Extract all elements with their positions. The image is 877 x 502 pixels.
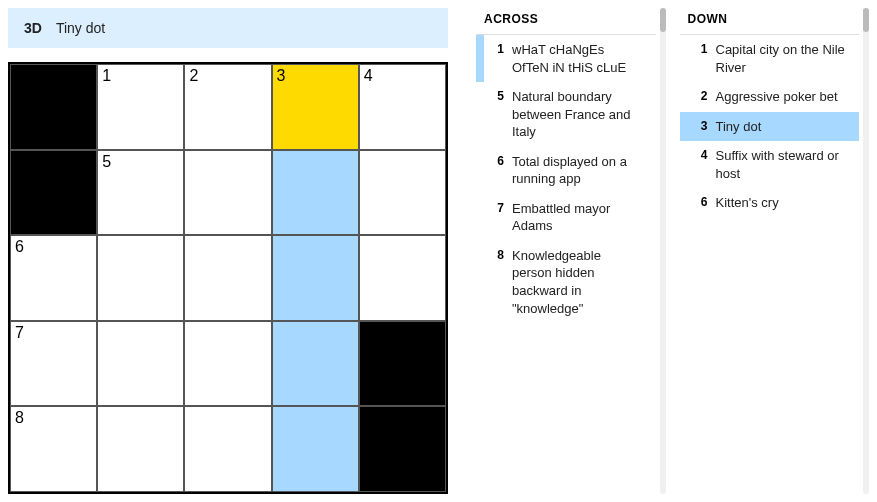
clue-text: Natural boundary between France and Ital… xyxy=(512,88,648,141)
clue-number: 5 xyxy=(484,88,504,104)
cell-number: 2 xyxy=(189,67,198,85)
grid-cell[interactable] xyxy=(272,235,359,321)
down-clue-item[interactable]: 3Tiny dot xyxy=(680,112,860,142)
clue-number: 4 xyxy=(688,147,708,163)
clue-number: 8 xyxy=(484,247,504,263)
clue-number: 6 xyxy=(688,194,708,210)
grid-cell-black xyxy=(359,321,446,407)
cell-number: 3 xyxy=(277,67,286,85)
across-clue-item[interactable]: 1wHaT cHaNgEs OfTeN iN tHiS cLuE xyxy=(476,35,656,82)
grid-cell[interactable]: 7 xyxy=(10,321,97,407)
down-clue-item[interactable]: 6Kitten's cry xyxy=(680,188,860,218)
grid-cell[interactable] xyxy=(184,235,271,321)
cell-number: 6 xyxy=(15,238,24,256)
down-clue-item[interactable]: 1Capital city on the Nile River xyxy=(680,35,860,82)
clue-text: Embattled mayor Adams xyxy=(512,200,648,235)
across-clue-list: 1wHaT cHaNgEs OfTeN iN tHiS cLuE5Natural… xyxy=(476,34,656,323)
cell-number: 8 xyxy=(15,409,24,427)
clue-text: Total displayed on a running app xyxy=(512,153,648,188)
across-clue-item[interactable]: 6Total displayed on a running app xyxy=(476,147,656,194)
across-clue-item[interactable]: 5Natural boundary between France and Ita… xyxy=(476,82,656,147)
across-clue-item[interactable]: 7Embattled mayor Adams xyxy=(476,194,656,241)
active-clue-number: 3D xyxy=(24,20,42,36)
across-scrollbar[interactable] xyxy=(660,8,666,494)
clue-text: Tiny dot xyxy=(716,118,852,136)
grid-cell[interactable] xyxy=(184,321,271,407)
grid-cell[interactable] xyxy=(97,321,184,407)
down-scrollbar[interactable] xyxy=(863,8,869,494)
grid-cell-black xyxy=(10,150,97,236)
active-clue-bar: 3D Tiny dot xyxy=(8,8,448,48)
grid-cell[interactable]: 3 xyxy=(272,64,359,150)
grid-cell[interactable] xyxy=(184,406,271,492)
down-clue-item[interactable]: 2Aggressive poker bet xyxy=(680,82,860,112)
grid-cell[interactable] xyxy=(359,235,446,321)
grid-cell[interactable] xyxy=(272,321,359,407)
clue-number: 6 xyxy=(484,153,504,169)
crossword-grid[interactable]: 12345678 xyxy=(8,62,448,494)
across-header: ACROSS xyxy=(476,8,656,34)
clue-number: 3 xyxy=(688,118,708,134)
grid-cell[interactable] xyxy=(272,406,359,492)
down-clue-item[interactable]: 4Suffix with steward or host xyxy=(680,141,860,188)
clue-text: Knowledgeable person hidden backward in … xyxy=(512,247,648,317)
cell-number: 7 xyxy=(15,324,24,342)
across-scroll-thumb[interactable] xyxy=(660,8,666,32)
grid-cell-black xyxy=(10,64,97,150)
down-clue-list: 1Capital city on the Nile River2Aggressi… xyxy=(680,34,860,218)
grid-cell[interactable]: 8 xyxy=(10,406,97,492)
clue-number: 2 xyxy=(688,88,708,104)
clue-number: 1 xyxy=(484,41,504,57)
cell-number: 4 xyxy=(364,67,373,85)
clue-text: Aggressive poker bet xyxy=(716,88,852,106)
grid-cell[interactable]: 5 xyxy=(97,150,184,236)
cell-number: 5 xyxy=(102,153,111,171)
clue-number: 7 xyxy=(484,200,504,216)
grid-cell[interactable]: 6 xyxy=(10,235,97,321)
grid-cell[interactable]: 2 xyxy=(184,64,271,150)
grid-cell[interactable]: 1 xyxy=(97,64,184,150)
down-scroll-thumb[interactable] xyxy=(863,8,869,32)
clue-text: Capital city on the Nile River xyxy=(716,41,852,76)
down-header: DOWN xyxy=(680,8,860,34)
grid-cell[interactable] xyxy=(359,150,446,236)
clue-number: 1 xyxy=(688,41,708,57)
grid-cell[interactable]: 4 xyxy=(359,64,446,150)
clue-text: Suffix with steward or host xyxy=(716,147,852,182)
grid-cell[interactable] xyxy=(272,150,359,236)
across-clue-item[interactable]: 8Knowledgeable person hidden backward in… xyxy=(476,241,656,323)
cell-number: 1 xyxy=(102,67,111,85)
clue-text: Kitten's cry xyxy=(716,194,852,212)
clue-text: wHaT cHaNgEs OfTeN iN tHiS cLuE xyxy=(512,41,648,76)
active-clue-text: Tiny dot xyxy=(56,20,105,36)
grid-cell[interactable] xyxy=(97,235,184,321)
grid-cell[interactable] xyxy=(97,406,184,492)
grid-cell[interactable] xyxy=(184,150,271,236)
grid-cell-black xyxy=(359,406,446,492)
